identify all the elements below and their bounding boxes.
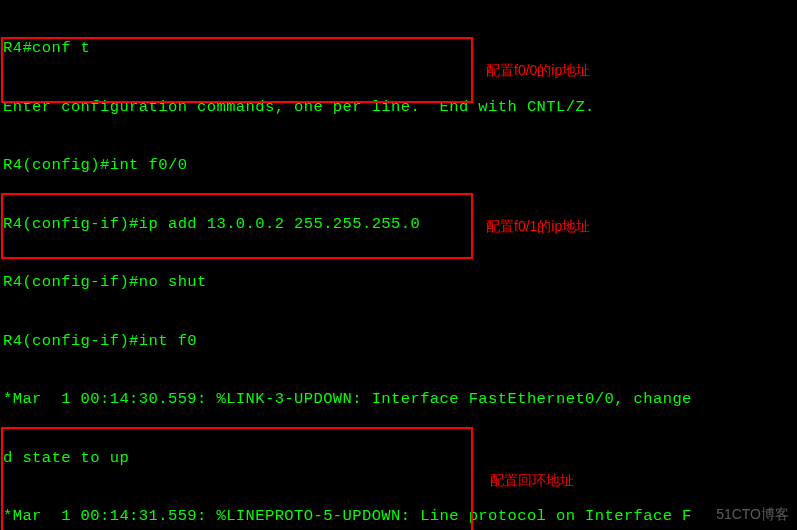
annotation-f01: 配置f0/1的ip地址: [486, 218, 590, 234]
annotation-f00: 配置f0/0的ip地址: [486, 62, 590, 78]
terminal-line: R4(config-if)#no shut: [3, 273, 797, 293]
annotation-loopback: 配置回环地址: [490, 472, 574, 488]
terminal-line: R4(config)#int f0/0: [3, 156, 797, 176]
highlight-box-f01: [1, 193, 473, 259]
watermark: 51CTO博客: [716, 505, 789, 525]
terminal-line: *Mar 1 00:14:30.559: %LINK-3-UPDOWN: Int…: [3, 390, 797, 410]
highlight-box-loopback: [1, 427, 473, 530]
highlight-box-f00: [1, 37, 473, 103]
terminal-line: R4(config-if)#int f0: [3, 332, 797, 352]
